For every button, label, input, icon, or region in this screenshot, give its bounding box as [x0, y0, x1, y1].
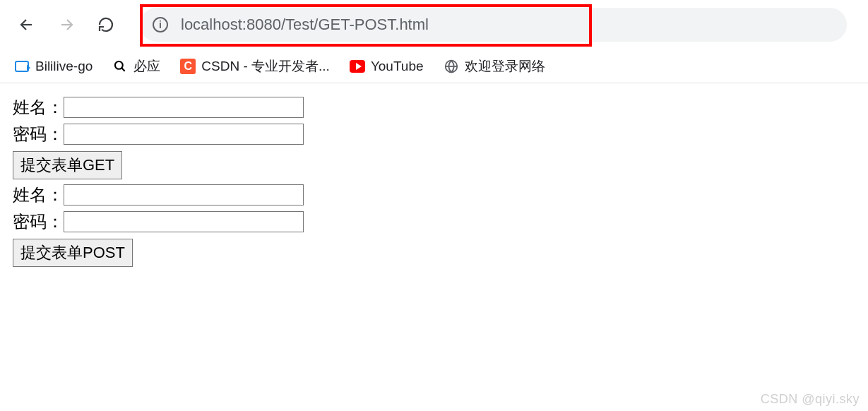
- bookmark-csdn[interactable]: C CSDN - 专业开发者...: [180, 57, 330, 76]
- csdn-icon: C: [180, 59, 196, 74]
- watermark: CSDN @qiyi.sky: [761, 392, 860, 407]
- bookmarks-bar: Bililive-go 必应 C CSDN - 专业开发者... YouTube…: [0, 49, 868, 83]
- bookmark-label: 欢迎登录网络: [465, 57, 545, 76]
- globe-icon: [444, 59, 459, 74]
- reload-button[interactable]: [90, 9, 121, 40]
- name-label: 姓名：: [13, 96, 64, 119]
- bililive-icon: [14, 59, 30, 74]
- address-bar-container: i localhost:8080/Test/GET-POST.html: [140, 8, 847, 42]
- address-bar[interactable]: i localhost:8080/Test/GET-POST.html: [140, 8, 847, 42]
- browser-toolbar: i localhost:8080/Test/GET-POST.html: [0, 0, 868, 49]
- password-label: 密码：: [13, 210, 64, 233]
- back-button[interactable]: [11, 9, 42, 40]
- page-content: 姓名： 密码： 提交表单GET 姓名： 密码： 提交表单POST: [0, 83, 868, 284]
- bookmark-youtube[interactable]: YouTube: [350, 59, 424, 74]
- password-input[interactable]: [64, 124, 304, 145]
- form-get: 姓名： 密码： 提交表单GET: [13, 96, 855, 184]
- bookmark-label: 必应: [133, 57, 160, 76]
- name-label: 姓名：: [13, 184, 64, 206]
- url-path: :8080/Test/GET-POST.html: [242, 16, 429, 33]
- forward-button[interactable]: [51, 9, 82, 40]
- bookmark-label: CSDN - 专业开发者...: [201, 57, 330, 76]
- site-info-icon[interactable]: i: [153, 17, 168, 32]
- password-label: 密码：: [13, 123, 64, 145]
- arrow-right-icon: [58, 16, 75, 33]
- reload-icon: [97, 16, 114, 33]
- arrow-left-icon: [18, 16, 35, 33]
- url-host: localhost: [181, 16, 242, 33]
- bookmark-label: Bililive-go: [35, 59, 93, 74]
- name-input[interactable]: [64, 97, 304, 118]
- bookmark-bililive[interactable]: Bililive-go: [14, 59, 93, 74]
- form-post: 姓名： 密码： 提交表单POST: [13, 184, 855, 271]
- url-text: localhost:8080/Test/GET-POST.html: [181, 16, 429, 34]
- submit-get-button[interactable]: 提交表单GET: [13, 151, 122, 179]
- youtube-icon: [350, 59, 365, 74]
- svg-point-0: [115, 61, 123, 68]
- submit-post-button[interactable]: 提交表单POST: [13, 239, 133, 267]
- name-input[interactable]: [64, 184, 304, 206]
- search-icon: [112, 59, 128, 74]
- bookmark-login[interactable]: 欢迎登录网络: [444, 57, 545, 76]
- bookmark-bing[interactable]: 必应: [112, 57, 160, 76]
- password-input[interactable]: [64, 211, 304, 232]
- bookmark-label: YouTube: [371, 59, 424, 74]
